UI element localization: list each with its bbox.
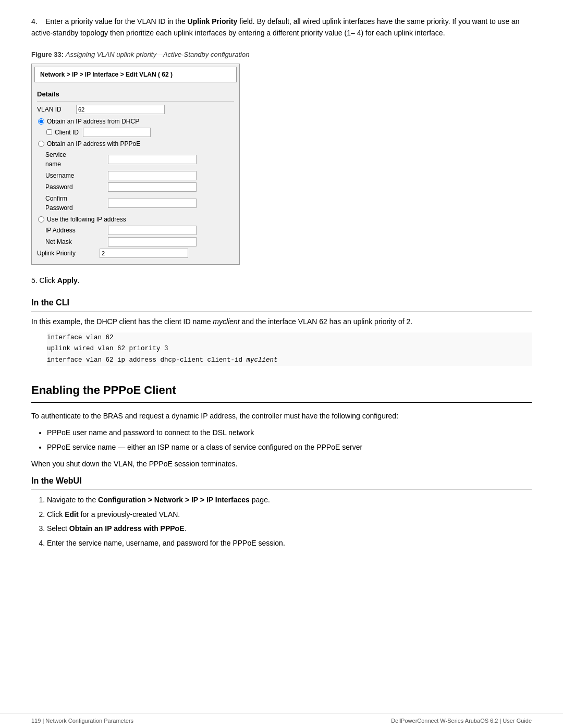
- radio-static[interactable]: [38, 216, 44, 223]
- footer-right: DellPowerConnect W-Series ArubaOS 6.2 | …: [391, 717, 532, 725]
- radio-static-label: Use the following IP address: [47, 215, 126, 224]
- checkbox-client-id-row: Client ID: [46, 128, 234, 137]
- radio-pppoe-row: Obtain an IP address with PPPoE: [38, 139, 234, 149]
- webui-step3-bold: Obtain an IP address with PPPoE: [69, 524, 185, 533]
- cli-para-text2: and the interface VLAN 62 has an uplink …: [240, 317, 413, 326]
- uplink-priority-row: Uplink Priority: [37, 249, 234, 258]
- radio-dhcp-row: Obtain an IP address from DHCP: [38, 117, 234, 126]
- page-footer: 119 | Network Configuration Parameters D…: [0, 713, 563, 729]
- service-name-label: Servicename: [45, 150, 108, 169]
- dialog-body: Details VLAN ID Obtain an IP address fro…: [32, 85, 239, 264]
- dialog-title: Network > IP > IP Interface > Edit VLAN …: [34, 67, 237, 82]
- footer-left: 119 | Network Configuration Parameters: [31, 717, 133, 725]
- password-label: Password: [45, 182, 108, 192]
- details-header: Details: [37, 89, 234, 102]
- main-para: To authenticate to the BRAS and request …: [31, 410, 532, 422]
- webui-step1-end: page.: [250, 496, 270, 504]
- password-input[interactable]: [108, 182, 197, 192]
- net-mask-label: Net Mask: [45, 237, 108, 246]
- webui-step-3: Select Obtain an IP address with PPPoE.: [47, 523, 532, 534]
- step5-text: 5. Click Apply.: [31, 275, 532, 286]
- confirm-password-row: ConfirmPassword: [45, 194, 234, 213]
- password-row: Password: [45, 182, 234, 192]
- webui-heading: In the WebUI: [31, 475, 532, 490]
- bullet-item-2: PPPoE service name — either an ISP name …: [47, 441, 532, 453]
- code-line3: interface vlan 62 ip address dhcp-client…: [47, 355, 532, 366]
- shutdown-para: When you shut down the VLAN, the PPPoE s…: [31, 458, 532, 470]
- cli-para: In this example, the DHCP client has the…: [31, 316, 532, 327]
- intro-bold: Uplink Priority: [188, 17, 238, 26]
- service-name-input[interactable]: [108, 155, 197, 164]
- cli-para-text: In this example, the DHCP client has the…: [31, 317, 213, 326]
- checkbox-client-id[interactable]: [46, 129, 52, 135]
- webui-step2-end: for a previously-created VLAN.: [79, 510, 180, 519]
- uplink-priority-input[interactable]: [100, 249, 188, 258]
- webui-step3-end: .: [185, 524, 187, 533]
- webui-step3-text: Select: [47, 524, 69, 533]
- webui-step-4: Enter the service name, username, and pa…: [47, 537, 532, 549]
- vlan-id-row: VLAN ID: [37, 105, 234, 114]
- ip-address-label: IP Address: [45, 226, 108, 235]
- step5-prefix: 5. Click: [31, 276, 57, 285]
- bullet-item-1: PPPoE user name and password to connect …: [47, 427, 532, 438]
- service-name-row: Servicename: [45, 150, 234, 169]
- radio-pppoe[interactable]: [38, 141, 44, 147]
- intro-paragraph: 4. Enter a priority value for the VLAN I…: [31, 16, 532, 39]
- username-input[interactable]: [108, 171, 197, 180]
- webui-step1-text: Navigate to the: [47, 496, 98, 504]
- radio-dhcp-label: Obtain an IP address from DHCP: [47, 117, 139, 126]
- webui-step-2: Click Edit for a previously-created VLAN…: [47, 509, 532, 520]
- step5-bold: Apply: [57, 276, 78, 285]
- bullet-list: PPPoE user name and password to connect …: [47, 427, 532, 453]
- major-heading: Enabling the PPPoE Client: [31, 381, 532, 403]
- username-label: Username: [45, 171, 108, 180]
- page-content: 4. Enter a priority value for the VLAN I…: [31, 16, 532, 549]
- confirm-password-input[interactable]: [108, 199, 197, 208]
- ip-address-row: IP Address: [45, 226, 234, 235]
- confirm-password-label: ConfirmPassword: [45, 194, 108, 213]
- checkbox-client-id-label: Client ID: [55, 128, 79, 137]
- dialog-box: Network > IP > IP Interface > Edit VLAN …: [31, 64, 240, 265]
- webui-step2-text: Click: [47, 510, 65, 519]
- cli-heading: In the CLI: [31, 297, 532, 312]
- figure-label: Figure 33:: [31, 51, 64, 58]
- webui-step1-bold: Configuration > Network > IP > IP Interf…: [98, 496, 250, 504]
- webui-step-1: Navigate to the Configuration > Network …: [47, 494, 532, 505]
- radio-pppoe-label: Obtain an IP address with PPPoE: [47, 139, 140, 149]
- code-line1: interface vlan 62: [47, 332, 532, 343]
- radio-static-row: Use the following IP address: [38, 215, 234, 224]
- code-line3-text: interface vlan 62 ip address dhcp-client…: [47, 356, 247, 364]
- client-id-input[interactable]: [83, 128, 151, 137]
- step-number: 4.: [31, 17, 38, 26]
- step5-period: .: [78, 276, 80, 285]
- figure-caption-italic: Assigning VLAN uplink priority—Active-St…: [66, 51, 250, 58]
- webui-step2-bold: Edit: [65, 510, 78, 519]
- username-row: Username: [45, 171, 234, 180]
- net-mask-input[interactable]: [108, 237, 197, 246]
- code-block: interface vlan 62 uplink wired vlan 62 p…: [47, 332, 532, 366]
- code-line2: uplink wired vlan 62 priority 3: [47, 343, 532, 354]
- net-mask-row: Net Mask: [45, 237, 234, 246]
- figure-caption: Figure 33: Assigning VLAN uplink priorit…: [31, 50, 532, 60]
- vlan-id-label: VLAN ID: [37, 105, 76, 114]
- intro-text: Enter a priority value for the VLAN ID i…: [45, 17, 187, 26]
- vlan-id-input[interactable]: [76, 105, 165, 114]
- code-line3-italic: myclient: [247, 356, 278, 364]
- ip-address-input[interactable]: [108, 226, 197, 235]
- uplink-priority-label: Uplink Priority: [37, 249, 100, 258]
- cli-italic: myclient: [213, 317, 239, 326]
- webui-steps: Navigate to the Configuration > Network …: [47, 494, 532, 549]
- radio-dhcp[interactable]: [38, 118, 44, 125]
